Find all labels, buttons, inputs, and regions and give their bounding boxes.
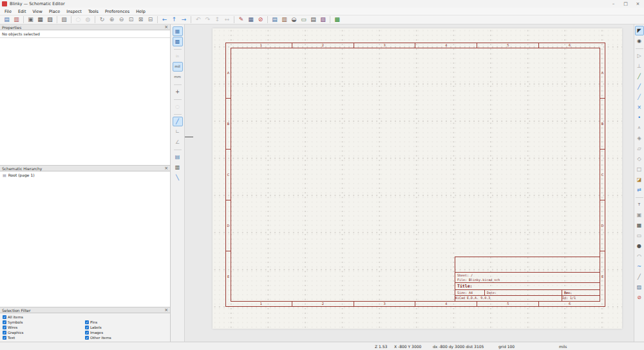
menu-preferences[interactable]: Preferences — [102, 8, 133, 15]
filter-symbols[interactable]: ✓Symbols — [3, 320, 85, 324]
navigate-back-button[interactable]: ← — [160, 15, 169, 24]
checkbox-checked-icon: ✓ — [3, 331, 6, 335]
hierarchy-tree-item[interactable]: ▤Root (page 1) — [0, 171, 170, 177]
close-icon[interactable]: × — [164, 166, 168, 171]
net-label-button[interactable]: A — [635, 123, 644, 133]
highlight-net-tool-button[interactable]: ◉ — [635, 36, 644, 46]
line-mode-90-button[interactable]: ∟ — [173, 127, 183, 137]
switch-to-pcb-button[interactable]: ▩ — [332, 15, 342, 24]
filter-all-items[interactable]: ✓All items — [3, 315, 85, 319]
no-connect-flag-button[interactable]: × — [635, 102, 644, 112]
paste-button[interactable]: ▧ — [59, 15, 69, 24]
schematic-setup-button[interactable]: ▥ — [12, 15, 21, 24]
maximize-button[interactable]: □ — [620, 0, 632, 8]
place-power-symbol-button[interactable]: ⊥ — [635, 61, 644, 71]
hierarchy-navigator-panel-button[interactable]: ▤ — [173, 152, 183, 162]
save-button[interactable]: ▤ — [2, 15, 12, 24]
rotate-ccw-button[interactable]: ↶ — [193, 15, 203, 24]
grid-visibility-button[interactable]: ▦ — [173, 26, 183, 36]
menu-file[interactable]: File — [1, 8, 15, 15]
sync-sheet-pins-button[interactable]: ⇄ — [635, 185, 644, 195]
global-label-button[interactable]: ▱ — [635, 144, 644, 153]
draw-bezier-button[interactable]: ~ — [635, 262, 644, 271]
filter-images[interactable]: ✓Images — [85, 330, 167, 335]
grid-overrides-button[interactable]: ▩ — [173, 37, 183, 46]
filter-graphics[interactable]: ✓Graphics — [3, 330, 85, 335]
schematic-canvas[interactable]: 123456 123456 ABCDE ABCDE Sheet: / File:… — [185, 24, 634, 342]
menu-inspect[interactable]: Inspect — [63, 8, 85, 15]
draw-line-button[interactable]: ╱ — [635, 272, 644, 282]
draw-arc-button[interactable]: ◠ — [635, 251, 644, 261]
bus-entry-button[interactable]: ╱ — [635, 92, 644, 102]
hierarchy-navigator-button[interactable]: ▤ — [270, 15, 279, 24]
menu-view[interactable]: View — [29, 8, 45, 15]
zoom-to-fit-button[interactable]: ⊡ — [126, 15, 136, 24]
place-sheet-pin-button[interactable]: ◪ — [635, 175, 644, 184]
bom-button[interactable]: ▤ — [308, 15, 318, 24]
zone-column-label: 4 — [415, 43, 477, 48]
draw-sheet-button[interactable]: □ — [635, 164, 644, 174]
plot-button[interactable]: ▨ — [45, 15, 55, 24]
filter-wires[interactable]: ✓Wires — [3, 325, 85, 329]
crosshair-shape-button[interactable]: + — [173, 87, 183, 97]
filter-other-items[interactable]: ✓Other items — [85, 335, 167, 340]
zoom-out-button[interactable]: ⊖ — [117, 15, 126, 24]
mirror-horizontal-button[interactable]: ↔ — [222, 15, 232, 24]
draw-table-button[interactable]: ▦ — [635, 220, 644, 230]
symbol-editor-button[interactable]: ▥ — [279, 15, 289, 24]
zoom-to-selection-button[interactable]: ⊟ — [146, 15, 155, 24]
menu-help[interactable]: Help — [133, 8, 149, 15]
units-inches-button[interactable]: in — [173, 52, 183, 61]
units-mm-button[interactable]: mm — [173, 72, 183, 82]
page-settings-button[interactable]: ▣ — [26, 15, 35, 24]
refresh-button[interactable]: ↻ — [97, 15, 107, 24]
symbol-fields-table-button[interactable]: ▦ — [246, 15, 256, 24]
close-icon[interactable]: × — [164, 308, 168, 313]
footprint-editor-button[interactable]: ◒ — [289, 15, 299, 24]
select-tool-button[interactable]: ◤ — [635, 26, 644, 35]
line-mode-45-button[interactable]: ∠ — [173, 137, 183, 147]
annotate-button[interactable]: ✎ — [236, 15, 246, 24]
menu-place[interactable]: Place — [46, 8, 63, 15]
filter-text[interactable]: ✓Text — [3, 335, 85, 340]
menu-tools[interactable]: Tools — [85, 8, 102, 15]
draw-rectangle-button[interactable]: ▭ — [635, 231, 644, 240]
assign-footprints-button[interactable]: ▭ — [299, 15, 308, 24]
mirror-vertical-button[interactable]: ↕ — [213, 15, 222, 24]
navigate-forward-button[interactable]: → — [179, 15, 189, 24]
units-mils-button[interactable]: mil — [173, 62, 183, 72]
close-button[interactable]: × — [632, 0, 644, 8]
hierarchical-label-button[interactable]: ◇ — [635, 154, 644, 164]
properties-panel-button[interactable]: ▥ — [173, 162, 183, 172]
zoom-to-objects-button[interactable]: ⊠ — [136, 15, 146, 24]
minimize-button[interactable]: – — [607, 0, 620, 8]
draw-circle-button[interactable]: ● — [635, 241, 644, 251]
netlist-export-button[interactable]: ▨ — [318, 15, 328, 24]
find-button[interactable]: ◌ — [73, 15, 83, 24]
place-symbol-button[interactable]: ▷ — [635, 51, 644, 61]
close-icon[interactable]: × — [164, 25, 168, 30]
find-replace-button[interactable]: ◍ — [83, 15, 93, 24]
menu-edit[interactable]: Edit — [15, 8, 30, 15]
draw-bus-button[interactable]: ╱ — [635, 82, 644, 92]
zoom-to-selection-icon: ⊟ — [148, 17, 153, 23]
directive-label-button[interactable]: ◈ — [635, 133, 644, 143]
zoom-in-button[interactable]: ⊕ — [107, 15, 117, 24]
schematic-page[interactable]: 123456 123456 ABCDE ABCDE Sheet: / File:… — [213, 28, 622, 329]
place-text-button[interactable]: T — [635, 200, 644, 209]
delete-tool-button[interactable]: ⊘ — [635, 293, 644, 302]
filter-pins[interactable]: ✓Pins — [85, 320, 167, 324]
selection-filter-panel-button[interactable]: ╲ — [173, 173, 183, 182]
junction-button[interactable]: • — [635, 113, 644, 122]
navigate-up-button[interactable]: ↑ — [169, 15, 179, 24]
filter-labels[interactable]: ✓Labels — [85, 325, 167, 329]
erc-button[interactable]: ⊘ — [256, 15, 265, 24]
draw-wire-button[interactable]: ╱ — [635, 72, 644, 81]
place-image-button[interactable]: ▨ — [635, 282, 644, 292]
text-box-button[interactable]: ▣ — [635, 210, 644, 220]
line-mode-free-button[interactable]: ╱ — [173, 117, 183, 126]
print-button[interactable]: ▦ — [35, 15, 45, 24]
zone-column-label: 3 — [354, 302, 416, 306]
rotate-cw-button[interactable]: ↷ — [203, 15, 213, 24]
hidden-pins-button[interactable]: ◌ — [173, 102, 183, 112]
